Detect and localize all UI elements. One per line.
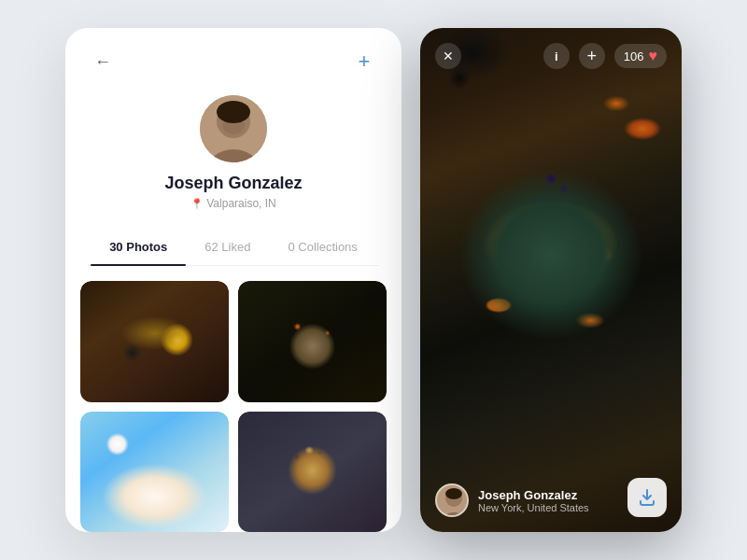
location-pin-icon: 📍 bbox=[190, 198, 204, 210]
photos-grid: ♡ 163 ♥ 106 ♡ bbox=[65, 266, 402, 532]
tab-collections[interactable]: 0 Collections bbox=[269, 229, 375, 265]
svg-point-9 bbox=[445, 488, 462, 499]
left-panel: ← + Joseph Gonzalez bbox=[65, 28, 402, 532]
full-photo-bg bbox=[420, 28, 682, 532]
screen-container: ← + Joseph Gonzalez bbox=[65, 28, 682, 532]
photo-image-3 bbox=[80, 412, 229, 533]
photo-image-1 bbox=[80, 281, 229, 402]
svg-point-5 bbox=[220, 106, 247, 121]
close-button[interactable]: ✕ bbox=[435, 43, 461, 69]
profile-name: Joseph Gonzalez bbox=[164, 174, 302, 193]
profile-location: 📍 Valparaiso, IN bbox=[190, 197, 275, 210]
profile-section: Joseph Gonzalez 📍 Valparaiso, IN bbox=[65, 86, 402, 229]
add-button[interactable]: + bbox=[349, 47, 379, 77]
overlay-likes-count: 106 bbox=[624, 49, 644, 63]
right-panel: ✕ i + 106 ♥ bbox=[420, 28, 682, 532]
right-avatar bbox=[435, 483, 469, 517]
panel-header: ← + bbox=[65, 28, 402, 86]
overlay-add-button[interactable]: + bbox=[579, 43, 605, 69]
download-button[interactable] bbox=[627, 478, 667, 517]
photo-card-3[interactable]: ♡ bbox=[80, 412, 229, 533]
tab-photos[interactable]: 30 Photos bbox=[91, 229, 186, 265]
photo-card-4[interactable]: ♡ 88 bbox=[238, 412, 387, 533]
overlay-top: ✕ i + 106 ♥ bbox=[420, 28, 682, 84]
info-button[interactable]: i bbox=[543, 43, 570, 69]
overlay-actions: i + 106 ♥ bbox=[543, 43, 667, 69]
location-text: Valparaiso, IN bbox=[206, 197, 275, 210]
right-profile-location: New York, United States bbox=[478, 502, 589, 513]
tabs-bar: 30 Photos 62 Liked 0 Collections bbox=[88, 229, 379, 266]
avatar bbox=[200, 95, 267, 162]
back-button[interactable]: ← bbox=[88, 47, 118, 77]
right-profile-text: Joseph Gonzalez New York, United States bbox=[478, 488, 589, 513]
photo-card-2[interactable]: ♥ 106 bbox=[238, 281, 387, 402]
download-icon bbox=[638, 488, 656, 507]
photo-image-2 bbox=[238, 281, 387, 402]
right-profile: Joseph Gonzalez New York, United States bbox=[435, 483, 589, 517]
right-profile-name: Joseph Gonzalez bbox=[478, 488, 589, 502]
tab-liked[interactable]: 62 Liked bbox=[186, 229, 269, 265]
overlay-bottom: Joseph Gonzalez New York, United States bbox=[420, 463, 682, 532]
photo-card-1[interactable]: ♡ 163 bbox=[80, 281, 229, 402]
photo-image-4 bbox=[238, 412, 387, 533]
overlay-heart-icon: ♥ bbox=[649, 48, 658, 64]
likes-badge[interactable]: 106 ♥ bbox=[614, 44, 667, 68]
